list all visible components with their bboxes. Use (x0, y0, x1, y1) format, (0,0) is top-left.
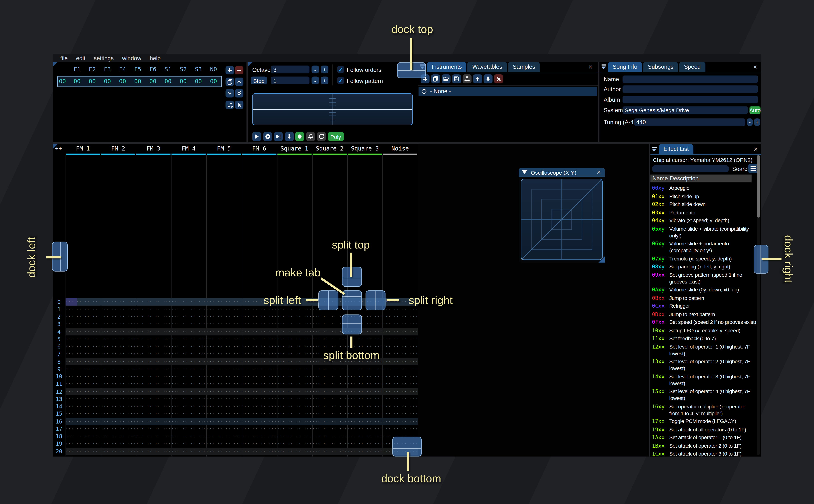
pattern-cell[interactable]: ··· ·· ·· ··· (206, 410, 241, 418)
pattern-row[interactable]: ··· ·· ·· ······ ·· ·· ······ ·· ·· ····… (65, 313, 418, 321)
pattern-row[interactable]: ··· ·· ·· ······ ·· ·· ······ ·· ·· ····… (65, 425, 418, 433)
tuning-input[interactable]: 440 (634, 118, 745, 126)
pattern-cell[interactable]: ··· ·· ·· ··· (206, 417, 241, 425)
order-cell[interactable]: 00 (85, 78, 100, 85)
pattern-cell[interactable]: ··· ·· ·· ··· (171, 417, 206, 425)
instrument-folders-button[interactable] (463, 74, 472, 83)
collapse-triangle-icon[interactable] (522, 170, 527, 174)
pattern-cell[interactable]: ··· ·· ·· ··· (277, 350, 312, 358)
pattern-cell[interactable]: ··· ·· ·· ··· (382, 350, 418, 358)
edit-record-toggle[interactable] (295, 132, 304, 141)
order-remove-button[interactable] (235, 66, 243, 75)
step-input[interactable]: 1 (271, 76, 309, 84)
effect-row-07xy[interactable]: 07xyTremolo (x: speed; y: depth) (652, 255, 759, 262)
pattern-channel-header-fm-4[interactable]: FM 4 (171, 145, 206, 153)
pattern-expand-button[interactable]: ++ (55, 145, 62, 152)
effect-row-0Dxx[interactable]: 0DxxJump to next pattern (652, 311, 759, 317)
pattern-cell[interactable]: ··· ·· ·· ··· (206, 313, 241, 321)
pattern-cell[interactable]: ··· ·· ·· ··· (241, 320, 277, 328)
splitter-vertical[interactable] (246, 62, 248, 142)
pattern-cell[interactable]: ··· ·· ·· ··· (277, 335, 312, 343)
pattern-cell[interactable]: ··· ·· ·· ··· (136, 410, 171, 418)
resize-grip[interactable] (599, 256, 605, 263)
pattern-cell[interactable]: ··· ·· ·· ··· (171, 365, 206, 373)
pattern-cell[interactable]: ··· ·· ·· ··· (206, 425, 241, 433)
menu-item-file[interactable]: file (56, 55, 72, 61)
effect-row-10xy[interactable]: 10xySetup LFO (x: enable; y: speed) (652, 327, 759, 334)
step-button[interactable]: Step (251, 76, 267, 84)
pattern-cell[interactable]: ··· ·· ·· ··· (241, 343, 277, 350)
pattern-row[interactable]: ··· ·· ·· ······ ·· ·· ······ ·· ·· ····… (65, 403, 418, 410)
pattern-row[interactable]: ··· ·· ·· ······ ·· ·· ······ ·· ·· ····… (65, 432, 418, 440)
pattern-cell[interactable]: ··· ·· ·· ··· (206, 447, 241, 455)
pattern-cell[interactable]: ··· ·· ·· ··· (100, 358, 136, 365)
pattern-cell[interactable]: ··· ·· ·· ··· (312, 432, 347, 440)
pattern-cell[interactable]: ··· ·· ·· ··· (100, 388, 136, 395)
effect-row-0Cxx[interactable]: 0CxxRetrigger (652, 302, 759, 309)
pattern-cell[interactable]: ··· ·· ·· ··· (241, 432, 277, 440)
poly-toggle[interactable]: Poly (327, 132, 344, 141)
order-cell[interactable]: 00 (206, 78, 221, 85)
pattern-cell[interactable]: ··· ·· ·· ··· (277, 380, 312, 388)
pattern-cell[interactable]: ··· ·· ·· ··· (312, 395, 347, 403)
pattern-cell[interactable]: ··· ·· ·· ··· (171, 432, 206, 440)
effect-row-03xx[interactable]: 03xxPortamento (652, 209, 759, 216)
pattern-cell[interactable]: ··· ·· ·· ··· (136, 328, 171, 335)
pattern-channel-header-fm-1[interactable]: FM 1 (65, 145, 100, 153)
pattern-cell[interactable]: ··· ·· ·· ··· (171, 395, 206, 403)
pattern-cell[interactable]: ··· ·· ·· ··· (100, 403, 136, 410)
effect-row-00xy[interactable]: 00xyArpeggio (652, 185, 759, 191)
instrument-delete-button[interactable] (494, 74, 503, 83)
effect-row-0Bxx[interactable]: 0BxxJump to pattern (652, 294, 759, 301)
follow-pattern-checkbox[interactable]: ✓ (337, 77, 344, 84)
pattern-cell[interactable]: ··· ·· ·· ··· (277, 373, 312, 380)
metronome-toggle[interactable] (306, 132, 315, 141)
effect-row-05xy[interactable]: 05xyVolume slide + vibrato (compatibilit… (652, 225, 759, 239)
pattern-cell[interactable]: ··· ·· ·· ··· (206, 350, 241, 358)
effect-row-16xy[interactable]: 16xySet operator multiplier (x: operator… (652, 403, 759, 417)
pattern-cell[interactable]: ··· ·· ·· ··· (206, 343, 241, 350)
pattern-cell[interactable]: ··· ·· ·· ··· (136, 373, 171, 380)
pattern-cell[interactable]: ··· ·· ·· ··· (65, 335, 100, 343)
pattern-cell[interactable]: ··· ·· ·· ··· (100, 313, 136, 321)
tuning-plus-button[interactable]: + (754, 118, 760, 126)
pattern-cell[interactable]: ··· ·· ·· ··· (277, 417, 312, 425)
pattern-cell[interactable]: ··· ·· ·· ··· (136, 447, 171, 455)
pattern-cell[interactable]: ··· ·· ·· ··· (206, 403, 241, 410)
pattern-cell[interactable]: ··· ·· ·· ··· (347, 403, 382, 410)
pattern-cell[interactable]: ··· ·· ·· ··· (100, 380, 136, 388)
pattern-cell[interactable]: ··· ·· ·· ··· (65, 350, 100, 358)
pattern-cell[interactable]: ··· ·· ·· ··· (136, 305, 171, 313)
pattern-cell[interactable]: ··· ·· ·· ··· (136, 320, 171, 328)
pattern-cell[interactable]: ··· ·· ·· ··· (277, 365, 312, 373)
order-cell[interactable]: 00 (115, 78, 130, 85)
pattern-cell[interactable]: ··· ·· ·· ··· (206, 388, 241, 395)
pattern-cell[interactable]: ··· ·· ·· ··· (277, 388, 312, 395)
pattern-cell[interactable]: ··· ·· ·· ··· (277, 447, 312, 455)
menu-item-help[interactable]: help (145, 55, 165, 61)
pattern-cell[interactable]: ··· ·· ·· ··· (241, 417, 277, 425)
effect-row-06xy[interactable]: 06xyVolume slide + portamento (compatibi… (652, 240, 759, 254)
split-target-right[interactable] (365, 290, 385, 310)
pattern-cell[interactable]: ··· ·· ·· ··· (171, 425, 206, 433)
pattern-cell[interactable]: ··· ·· ·· ··· (347, 373, 382, 380)
pattern-cell[interactable]: ··· ·· ·· ··· (382, 425, 418, 433)
effect-row-1Bxx[interactable]: 1BxxSet attack of operator 2 (0 to 1F) (652, 442, 759, 449)
pattern-cell[interactable]: ··· ·· ·· ··· (65, 373, 100, 380)
effect-list-scrollbar-thumb[interactable] (757, 155, 760, 218)
author-input[interactable] (623, 85, 758, 93)
pattern-cell[interactable]: ··· ·· ·· ··· (171, 298, 206, 306)
pattern-cell[interactable]: ··· ·· ·· ··· (100, 410, 136, 418)
splitter-horizontal[interactable] (53, 142, 761, 144)
pattern-cell[interactable]: ··· ·· ·· ··· (136, 380, 171, 388)
pattern-row[interactable]: ··· ·· ·· ······ ·· ·· ······ ·· ·· ····… (65, 447, 418, 455)
pattern-row[interactable]: ··· ·· ·· ······ ·· ·· ······ ·· ·· ····… (65, 440, 418, 447)
oscilloscope-titlebar[interactable]: Oscilloscope (X-Y) × (519, 168, 605, 177)
pattern-cell[interactable]: ··· ·· ·· ··· (171, 410, 206, 418)
order-move-down-button[interactable] (226, 89, 234, 98)
pattern-cell[interactable]: ··· ·· ·· ··· (277, 432, 312, 440)
pattern-channel-header-fm-6[interactable]: FM 6 (241, 145, 277, 153)
pattern-cell[interactable]: ··· ·· ·· ··· (347, 447, 382, 455)
tab-song-info[interactable]: Song Info (608, 62, 642, 72)
pattern-cell[interactable]: ··· ·· ·· ··· (241, 350, 277, 358)
